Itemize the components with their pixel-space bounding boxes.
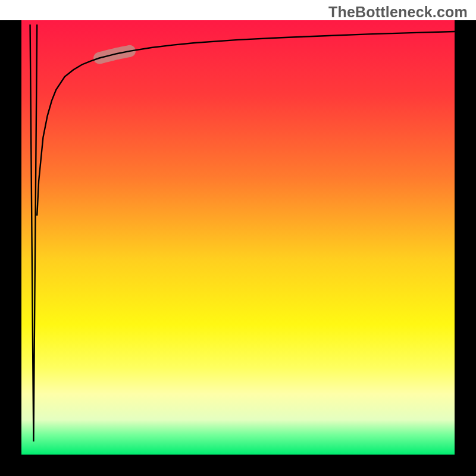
plot-area	[21, 20, 455, 455]
axis-frame-bottom	[0, 455, 476, 476]
bottleneck-chart	[0, 0, 476, 476]
watermark-text: TheBottleneck.com	[328, 4, 468, 21]
axis-frame-right	[455, 20, 476, 476]
axis-frame-left	[0, 20, 21, 476]
